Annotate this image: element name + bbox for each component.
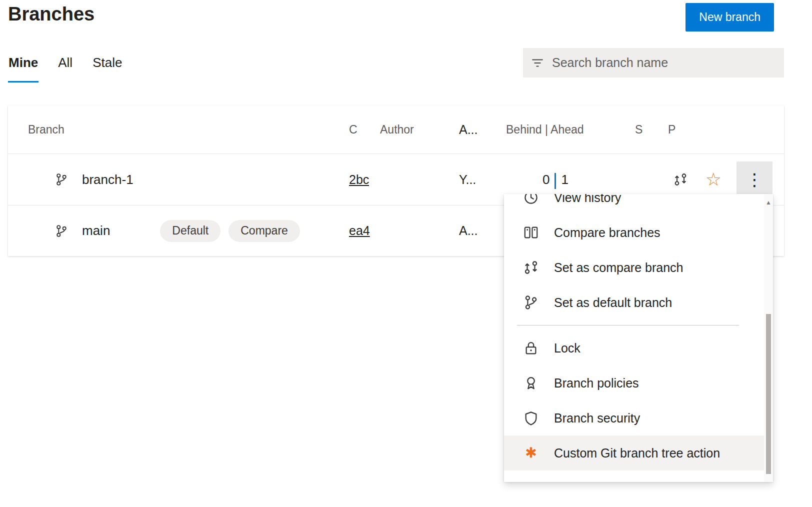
menu-item-view-history[interactable]: View history bbox=[504, 194, 764, 215]
page-title: Branches bbox=[8, 3, 94, 26]
set-compare-branch-icon bbox=[523, 260, 539, 275]
custom-action-icon: ✱ bbox=[523, 446, 539, 460]
menu-item-label: Set as default branch bbox=[554, 296, 672, 310]
menu-item-label: Branch policies bbox=[554, 376, 639, 390]
commit-link[interactable]: 2bc bbox=[349, 172, 369, 187]
column-header-authored-date[interactable]: A... bbox=[459, 122, 478, 137]
menu-divider bbox=[517, 325, 739, 326]
git-branch-icon bbox=[55, 173, 68, 186]
more-options-button[interactable]: ⋮ bbox=[736, 162, 772, 198]
menu-item-branch-policies[interactable]: Branch policies bbox=[504, 366, 764, 400]
column-header-behind-ahead[interactable]: Behind | Ahead bbox=[506, 123, 584, 136]
column-header-author[interactable]: Author bbox=[380, 123, 414, 136]
commit-link[interactable]: ea4 bbox=[349, 224, 370, 238]
menu-item-custom-git-branch-tree-action[interactable]: ✱ Custom Git branch tree action bbox=[504, 436, 764, 470]
column-header-branch[interactable]: Branch bbox=[28, 123, 64, 136]
branch-search-box[interactable] bbox=[523, 48, 784, 78]
compare-branch-icon[interactable] bbox=[674, 172, 688, 186]
set-default-branch-icon bbox=[523, 295, 539, 310]
compare-badge: Compare bbox=[228, 220, 300, 242]
more-options-icon: ⋮ bbox=[746, 171, 763, 188]
branch-context-menu: View history Compare branches Set as com… bbox=[504, 194, 773, 482]
tab-mine[interactable]: Mine bbox=[8, 55, 38, 82]
menu-item-label: Custom Git branch tree action bbox=[554, 446, 720, 460]
branch-security-icon bbox=[523, 410, 539, 426]
branch-policies-icon bbox=[523, 376, 539, 390]
menu-item-set-as-compare-branch[interactable]: Set as compare branch bbox=[504, 250, 764, 285]
table-header-row: Branch C Author A... Behind | Ahead S P bbox=[8, 106, 784, 154]
default-badge: Default bbox=[160, 220, 220, 242]
column-header-status[interactable]: S bbox=[635, 123, 642, 136]
tab-stale[interactable]: Stale bbox=[92, 55, 122, 82]
git-branch-icon bbox=[55, 224, 68, 238]
menu-item-label: Compare branches bbox=[554, 226, 660, 240]
menu-item-label: Branch security bbox=[554, 411, 640, 426]
behind-ahead-divider bbox=[554, 173, 556, 189]
column-header-pull-request[interactable]: P bbox=[668, 123, 676, 136]
menu-item-set-as-default-branch[interactable]: Set as default branch bbox=[504, 285, 764, 320]
branch-name-link[interactable]: branch-1 bbox=[82, 172, 134, 188]
authored-date-cell: Y... bbox=[459, 172, 506, 187]
column-header-commit[interactable]: C bbox=[349, 123, 358, 136]
menu-item-label: Lock bbox=[554, 341, 580, 356]
search-input[interactable] bbox=[552, 56, 776, 70]
context-menu-items: View history Compare branches Set as com… bbox=[504, 194, 764, 470]
menu-item-label: View history bbox=[554, 194, 621, 205]
lock-icon bbox=[523, 340, 539, 356]
scrollbar-thumb[interactable] bbox=[766, 314, 771, 474]
row-actions-cell: ☆ ⋮ bbox=[668, 162, 784, 198]
menu-item-label: Set as compare branch bbox=[554, 260, 683, 275]
menu-scrollbar[interactable]: ▲ bbox=[764, 194, 773, 482]
new-branch-button[interactable]: New branch bbox=[686, 3, 774, 32]
tab-all[interactable]: All bbox=[58, 55, 73, 82]
toolbar: Mine All Stale bbox=[0, 32, 812, 82]
tab-bar: Mine All Stale bbox=[8, 48, 122, 82]
menu-item-lock[interactable]: Lock bbox=[504, 330, 764, 366]
authored-date-cell: A... bbox=[459, 224, 506, 238]
menu-item-branch-security[interactable]: Branch security bbox=[504, 400, 764, 436]
ahead-count: 1 bbox=[561, 172, 568, 188]
menu-item-compare-branches[interactable]: Compare branches bbox=[504, 215, 764, 250]
filter-icon bbox=[531, 56, 544, 70]
history-icon bbox=[523, 194, 539, 205]
branch-name-link[interactable]: main bbox=[82, 223, 110, 238]
page-header: Branches New branch bbox=[0, 0, 812, 32]
compare-branches-icon bbox=[523, 225, 539, 240]
behind-count: 0 bbox=[542, 172, 550, 188]
scroll-up-icon[interactable]: ▲ bbox=[766, 199, 772, 206]
behind-ahead-cell: 0 1 bbox=[506, 172, 635, 188]
favorite-star-icon[interactable]: ☆ bbox=[706, 170, 722, 188]
